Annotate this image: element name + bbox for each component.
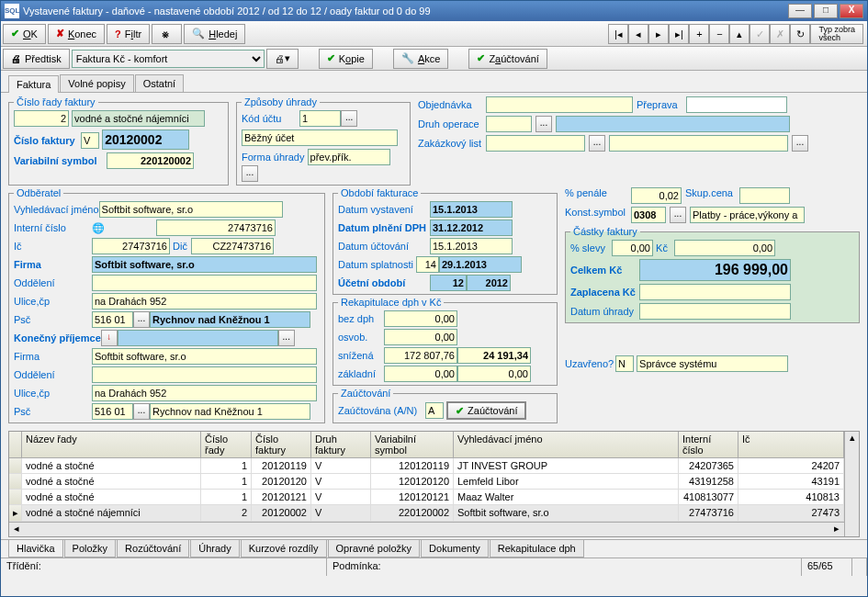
nav-up[interactable]: ▴ [729,24,750,44]
vs-num[interactable] [107,152,194,169]
filtr-button[interactable]: ?Filtr [107,24,150,44]
nav-del[interactable]: − [709,24,729,44]
dv-input[interactable] [430,201,513,218]
uo1-input[interactable] [430,275,467,291]
ks-dots[interactable]: ... [670,207,686,223]
tab-faktura[interactable]: Faktura [8,75,59,93]
kopie-button[interactable]: ✔Kopie [319,49,373,69]
zl-dots2[interactable]: ... [792,135,808,152]
cf-num[interactable] [102,130,189,150]
fu-text[interactable] [308,149,390,165]
kp-dots[interactable]: ... [278,330,295,346]
dp-input[interactable] [430,220,513,236]
close-button[interactable]: X [840,4,863,18]
gh-0[interactable]: Název řady [22,432,201,457]
hash-button[interactable]: ⨳ [152,24,182,44]
do-input[interactable] [486,116,532,132]
nav-first[interactable]: |◂ [608,24,628,44]
nav-refresh[interactable]: ↻ [790,24,810,44]
btab-5[interactable]: Opravné položky [328,540,421,558]
btab-6[interactable]: Dokumenty [421,540,489,558]
btab-2[interactable]: Rozúčtování [117,540,189,558]
table-row[interactable]: vodné a stočné120120119V120120119JT INVE… [9,458,844,474]
zl-input[interactable] [486,135,585,152]
maximize-button[interactable]: □ [814,4,838,18]
scroll-left[interactable]: ◂ [9,523,24,536]
o2-input[interactable] [92,366,317,383]
kc-input[interactable] [674,240,775,256]
zkl-input[interactable] [639,284,791,300]
zk1-input[interactable] [384,366,457,382]
p2-dots[interactable]: ... [133,403,150,420]
ic-input[interactable] [156,220,276,236]
konec-button[interactable]: ✘Konec [48,24,105,44]
p-dots[interactable]: ... [133,311,150,328]
nav-prev[interactable]: ◂ [628,24,648,44]
ku-num[interactable] [299,110,341,127]
uo2-input[interactable] [467,275,511,291]
dul-input[interactable] [639,303,791,320]
zl-dots[interactable]: ... [589,135,605,152]
hledej-button[interactable]: 🔍Hledej [184,24,245,44]
u2-input[interactable] [92,385,317,401]
scroll-right[interactable]: ▸ [829,523,844,536]
zauctovani-button[interactable]: ✔Zaúčtování [468,49,547,69]
sp-input[interactable] [637,355,788,372]
predtisk-button[interactable]: 🖨Předtisk [3,49,70,69]
m2-input[interactable] [150,403,310,420]
f2-input[interactable] [92,348,317,365]
zauctovani-btn2[interactable]: ✔Zaúčtování [446,401,526,420]
f-input[interactable] [92,256,317,273]
btab-1[interactable]: Položky [64,540,117,558]
scroll-v[interactable]: ▴ [844,432,859,536]
sn1-input[interactable] [384,347,457,364]
kp-arrow[interactable]: ↓ [101,330,118,346]
typ-zobra-button[interactable]: Typ zobravšech [810,24,863,44]
crf-num[interactable] [14,110,69,127]
pe-input[interactable] [631,187,682,204]
gh-6[interactable]: Interní číslo [679,432,738,457]
gh-5[interactable]: Vyhledávací jméno [454,432,679,457]
akce-button[interactable]: 🔧Akce [393,49,448,69]
ku-dots[interactable]: ... [341,110,357,127]
fu-dots[interactable]: ... [242,165,258,182]
zl-text[interactable] [609,135,788,152]
gh-1[interactable]: Číslo řady [201,432,252,457]
btab-3[interactable]: Úhrady [190,540,239,558]
kp-input[interactable] [118,330,278,346]
p2-input[interactable] [92,403,133,420]
tab-ostatni[interactable]: Ostatní [135,74,184,92]
vj-input[interactable] [99,201,283,218]
zk2-input[interactable] [457,366,531,382]
m-input[interactable] [150,311,310,328]
btab-4[interactable]: Kurzové rozdíly [241,540,327,558]
ks-input[interactable] [631,207,666,223]
du-input[interactable] [430,238,513,254]
nav-cancel[interactable]: ✗ [770,24,790,44]
d-input[interactable] [191,238,274,254]
predtisk-select[interactable]: Faktura Kč - komfort [72,50,265,68]
print-button[interactable]: 🖨 ▾ [266,49,299,69]
minimize-button[interactable]: — [788,4,812,18]
u-input[interactable] [92,293,317,310]
pb-input[interactable] [690,207,805,223]
p-input[interactable] [92,311,133,328]
dsn-input[interactable] [416,256,439,273]
nav-add[interactable]: + [689,24,709,44]
gh-3[interactable]: Druh faktury [311,432,371,457]
ds-input[interactable] [439,256,522,273]
obj-input[interactable] [486,96,633,113]
os-input[interactable] [384,329,457,345]
table-row[interactable]: vodné a stočné120120121V120120121Maaz Wa… [9,490,844,505]
crf-text[interactable] [72,110,205,127]
nav-check[interactable]: ✓ [750,24,770,44]
gh-4[interactable]: Variabilní symbol [371,432,454,457]
gh-7[interactable]: Ič [738,432,844,457]
i-input[interactable] [92,238,170,254]
sc-input[interactable] [739,187,790,204]
cl-input[interactable] [639,259,791,281]
pre-input[interactable] [686,96,787,113]
nav-next[interactable]: ▸ [648,24,669,44]
uz-input[interactable] [615,355,634,372]
table-row[interactable]: ▸vodné a stočné nájemníci220120002V22012… [9,505,844,522]
